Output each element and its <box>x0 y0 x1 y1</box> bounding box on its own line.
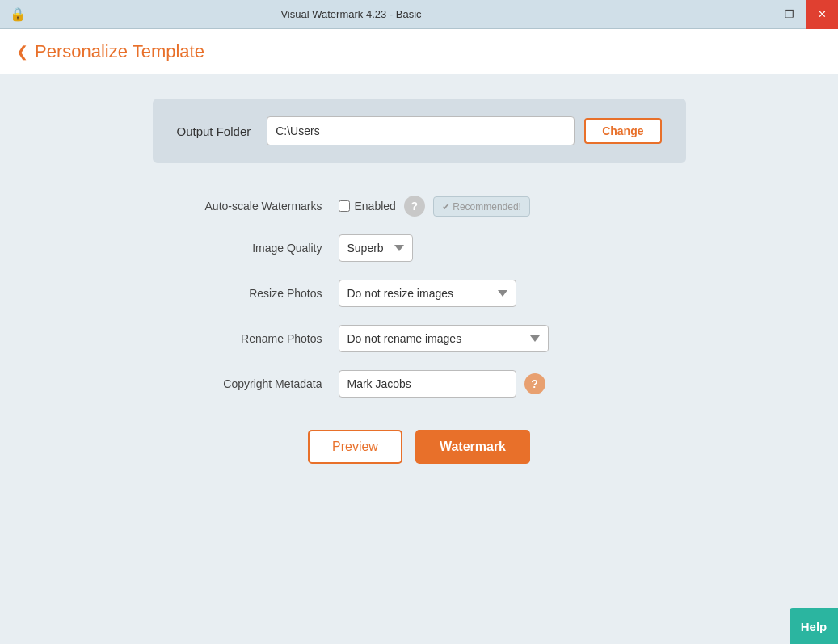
auto-scale-checkbox[interactable] <box>339 200 350 212</box>
rename-photos-label: Rename Photos <box>177 332 339 345</box>
watermark-button[interactable]: Watermark <box>415 430 530 464</box>
image-quality-row: Image Quality Superb High Medium Low <box>177 234 662 262</box>
change-folder-button[interactable]: Change <box>584 118 661 144</box>
window-controls: — ❐ ✕ <box>741 0 838 29</box>
title-bar: 🔒 Visual Watermark 4.23 - Basic — ❐ ✕ <box>0 0 838 29</box>
auto-scale-controls: Enabled ? ✔ Recommended! <box>339 196 530 217</box>
content-area: Output Folder Change Auto-scale Watermar… <box>0 74 838 644</box>
resize-photos-row: Resize Photos Do not resize images Resiz… <box>177 280 662 307</box>
output-folder-input[interactable] <box>267 116 575 145</box>
restore-button[interactable]: ❐ <box>773 0 806 29</box>
image-quality-select[interactable]: Superb High Medium Low <box>339 234 413 262</box>
app-icon: 🔒 <box>10 6 26 22</box>
image-quality-label: Image Quality <box>177 242 339 255</box>
minimize-button[interactable]: — <box>741 0 773 29</box>
auto-scale-label: Auto-scale Watermarks <box>177 200 339 213</box>
output-folder-label: Output Folder <box>177 124 251 138</box>
resize-photos-select[interactable]: Do not resize images Resize to width Res… <box>339 280 516 307</box>
header: ❮ Personalize Template <box>0 29 838 74</box>
auto-scale-row: Auto-scale Watermarks Enabled ? ✔ Recomm… <box>177 196 662 217</box>
auto-scale-checkbox-text: Enabled <box>355 200 396 213</box>
copyright-metadata-input[interactable] <box>339 370 516 398</box>
rename-photos-select[interactable]: Do not rename images Add prefix Add suff… <box>339 325 549 352</box>
rename-photos-controls: Do not rename images Add prefix Add suff… <box>339 325 549 352</box>
auto-scale-help-icon[interactable]: ? <box>404 196 425 217</box>
rename-photos-row: Rename Photos Do not rename images Add p… <box>177 325 662 352</box>
copyright-help-icon[interactable]: ? <box>524 373 545 394</box>
action-buttons: Preview Watermark <box>308 430 530 464</box>
close-button[interactable]: ✕ <box>806 0 838 29</box>
preview-button[interactable]: Preview <box>308 430 402 464</box>
copyright-metadata-controls: ? <box>339 370 545 398</box>
resize-photos-controls: Do not resize images Resize to width Res… <box>339 280 516 307</box>
settings-form: Auto-scale Watermarks Enabled ? ✔ Recomm… <box>177 196 662 398</box>
page-title: Personalize Template <box>35 41 204 62</box>
window-title: Visual Watermark 4.23 - Basic <box>26 8 676 20</box>
back-button[interactable]: ❮ <box>16 43 28 61</box>
copyright-metadata-row: Copyright Metadata ? <box>177 370 662 398</box>
copyright-metadata-label: Copyright Metadata <box>177 377 339 390</box>
resize-photos-label: Resize Photos <box>177 287 339 300</box>
help-button[interactable]: Help <box>790 608 838 644</box>
auto-scale-checkbox-label[interactable]: Enabled <box>339 200 396 213</box>
recommended-badge: ✔ Recommended! <box>433 196 530 217</box>
image-quality-controls: Superb High Medium Low <box>339 234 413 262</box>
output-folder-panel: Output Folder Change <box>153 99 686 163</box>
